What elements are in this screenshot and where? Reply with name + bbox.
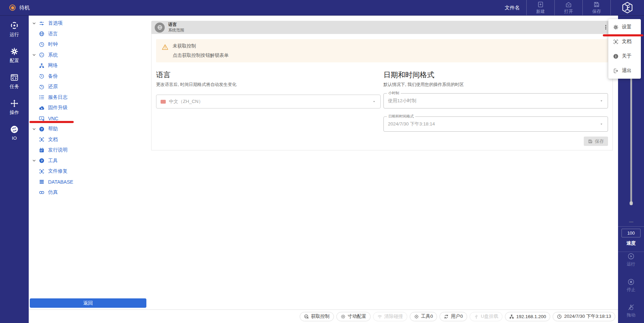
menu-item-settings[interactable]: 设置: [608, 20, 641, 34]
link-rings-icon: [38, 190, 45, 195]
chip-tool[interactable]: 工具0: [410, 312, 437, 321]
system-dial-icon: [38, 52, 45, 58]
datetime-format-label: 日期和时间格式: [387, 114, 415, 119]
chip-datetime[interactable]: 2024/7/30 下午3:18:13: [553, 312, 615, 321]
back-button[interactable]: 返回: [30, 298, 146, 308]
cube-logo-icon: [621, 1, 634, 14]
play-circle-icon: [627, 253, 635, 260]
rightbar-stop-button[interactable]: 停止: [618, 278, 644, 293]
chip-user[interactable]: 用户0: [439, 312, 467, 321]
warning-subtitle: 点击获取控制按钮解锁表单: [173, 52, 229, 59]
move-arrows-icon: [10, 99, 19, 108]
tree-item-preferences[interactable]: 首选项: [29, 18, 149, 29]
save-file-icon: [593, 1, 600, 8]
tree-item-release-notes[interactable]: 发行说明: [29, 145, 149, 156]
question-icon: [38, 158, 45, 164]
new-file-button[interactable]: 新建: [526, 0, 554, 15]
save-file-button[interactable]: 保存: [582, 0, 610, 15]
section-subtitle-language: 更改语言后, 时间日期格式将自动发生变化: [156, 82, 381, 88]
tree-item-help[interactable]: 帮助: [29, 124, 149, 134]
clock-icon: [38, 42, 45, 47]
annotation-underline-settings: [603, 34, 643, 36]
speed-slider-thumb[interactable]: [629, 201, 633, 205]
tree-item-backup[interactable]: 备份: [29, 71, 149, 82]
gear-icon: [10, 47, 19, 56]
hour-format-select[interactable]: 小时制 使用12小时制: [383, 93, 608, 108]
rightbar-drag-button[interactable]: 拖动: [618, 304, 644, 318]
hour-format-label: 小时制: [387, 91, 401, 96]
slider-tick: [629, 221, 633, 222]
chip-usb-mount: U盘挂载: [470, 312, 502, 321]
menu-item-exit[interactable]: 退出: [608, 63, 641, 78]
tree-item-file-repair[interactable]: 文件修复: [29, 166, 149, 177]
io-swap-icon: [10, 125, 19, 134]
tree-item-simulation[interactable]: 仿真: [29, 187, 149, 198]
menu-item-docs[interactable]: 文档: [608, 34, 641, 49]
nav-item-config[interactable]: 配置: [10, 47, 19, 64]
status-dot-icon: [9, 5, 16, 11]
language-select-value: 中文（ZH_CN）: [169, 98, 203, 105]
chip-acquire-control[interactable]: 获取控制: [300, 312, 334, 321]
globe-icon: [38, 31, 45, 37]
usb-icon: [474, 314, 479, 319]
chevron-down-icon: [599, 99, 604, 103]
avatar: [155, 23, 165, 33]
stop-circle-icon: [627, 278, 635, 286]
doc-scan-icon: [38, 137, 45, 142]
control-warning-banner: 未获取控制 点击获取控制按钮解锁表单: [156, 39, 608, 62]
tree-item-service-log[interactable]: 服务日志: [29, 92, 149, 103]
context-menu: 设置 文档 关于 退出: [608, 19, 641, 79]
datetime-format-select[interactable]: 日期和时间格式 2024/7/30 下午3:18:14: [383, 116, 608, 132]
tree-item-tools[interactable]: 工具: [29, 156, 149, 166]
main-content: 语言 系统范围 未获取控制 点击获取控制按钮解锁表单 语言: [149, 16, 618, 309]
gear-icon: [613, 24, 619, 30]
tree-item-system[interactable]: 系统: [29, 50, 149, 61]
tree-item-language[interactable]: 语言: [29, 29, 149, 40]
new-file-icon: [537, 1, 544, 8]
chevron-down-icon: [30, 21, 38, 26]
tree-item-firmware-upgrade[interactable]: 固件升级: [29, 103, 149, 113]
chip-jog-config[interactable]: 寸动配置: [336, 312, 371, 321]
section-title-language: 语言: [156, 70, 381, 80]
tree-item-restore[interactable]: 还原: [29, 81, 149, 92]
top-bar: 待机 文件名 新建 打开 保存: [0, 0, 644, 16]
chip-ip-address[interactable]: 192.168.1.200: [505, 312, 550, 321]
page-title: 语言: [168, 22, 184, 27]
nav-item-io[interactable]: IO: [10, 125, 19, 141]
wifi-icon: [377, 314, 382, 319]
save-button[interactable]: 保存: [584, 137, 608, 146]
section-subtitle-datetime: 默认情况下, 我们使用您的操作系统的时区: [383, 82, 608, 88]
machine-status: 待机: [0, 5, 30, 11]
db-list-icon: [38, 179, 45, 185]
filename-label: 文件名: [505, 5, 520, 11]
warning-triangle-icon: [162, 44, 169, 51]
history-icon: [38, 84, 45, 90]
language-section: 语言 更改语言后, 时间日期格式将自动发生变化 中文（ZH_CN）: [156, 70, 381, 132]
nav-item-operate[interactable]: 操作: [10, 99, 19, 116]
network-icon: [509, 314, 514, 319]
clock-icon: [557, 314, 562, 319]
language-select[interactable]: 中文（ZH_CN）: [156, 95, 381, 108]
kebab-menu-button[interactable]: [603, 24, 609, 30]
chevron-down-icon: [599, 122, 604, 126]
nav-item-run[interactable]: 运行: [10, 21, 19, 38]
tree-item-database[interactable]: DATABASE: [29, 177, 149, 187]
rightbar-run-button[interactable]: 运行: [618, 253, 644, 267]
open-file-icon: [565, 1, 572, 8]
tree-item-clock[interactable]: 时钟: [29, 39, 149, 50]
nav-item-task[interactable]: 任务: [10, 73, 19, 90]
datetime-section: 日期和时间格式 默认情况下, 我们使用您的操作系统的时区 小时制 使用12小时制…: [383, 70, 608, 132]
menu-item-about[interactable]: 关于: [608, 49, 641, 63]
tree-item-network[interactable]: 网络: [29, 60, 149, 71]
tree-item-docs[interactable]: 文档: [29, 134, 149, 145]
card-body: 未获取控制 点击获取控制按钮解锁表单 语言 更改语言后, 时间日期格式将自动发生…: [151, 34, 613, 150]
doc-scan-icon: [613, 39, 619, 45]
save-file-icon: [588, 139, 593, 144]
rotate-icon: [444, 314, 449, 319]
datetime-format-value: 2024/7/30 下午3:18:14: [388, 121, 435, 127]
open-file-button[interactable]: 打开: [554, 0, 582, 15]
bottom-status-bar: 获取控制 寸动配置 清除碰撞 工具0 用户0 U盘挂载 192.168.1.20…: [29, 309, 618, 323]
window-code-icon: [10, 73, 19, 82]
jog-icon: [341, 314, 346, 319]
question-icon: [38, 126, 45, 132]
